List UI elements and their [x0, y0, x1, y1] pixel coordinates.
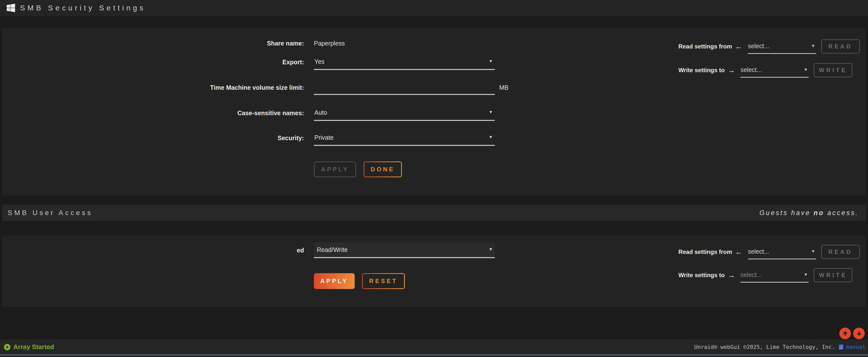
write-settings-row: Write settings to → select... ▼ WRITE	[678, 62, 860, 78]
write-settings-label-text: Write settings to	[678, 67, 725, 74]
tm-limit-label: Time Machine volume size limit:	[2, 84, 304, 91]
arrow-right-icon: →	[727, 271, 735, 279]
reset-button[interactable]: RESET	[362, 273, 405, 289]
smb-security-panel: Share name: Paperpless Export: Yes ▼ Tim…	[2, 28, 866, 195]
book-icon	[838, 344, 844, 350]
arrow-left-icon: ←	[735, 248, 742, 256]
security-select[interactable]: Private ▼	[314, 130, 495, 146]
chevron-down-icon: ▼	[489, 110, 493, 114]
guests-note-suffix: access.	[824, 209, 859, 216]
user-access-select[interactable]: Read/Write ▼	[314, 242, 495, 258]
guests-note-emphasis: no	[814, 209, 824, 216]
read-settings-label-text: Read settings from	[678, 248, 732, 256]
export-select[interactable]: Yes ▼	[314, 54, 495, 70]
read-settings-row: Read settings from ← select... ▼ READ	[678, 38, 860, 54]
security-select-value: Private	[314, 134, 334, 141]
windows-icon	[7, 4, 15, 12]
write-settings-select[interactable]: select... ▼	[741, 268, 809, 282]
scroll-to-top-button[interactable]	[839, 328, 851, 339]
chevron-down-icon: ▼	[804, 67, 808, 71]
smb-user-access-header: SMB User Access Guests have no access.	[2, 205, 866, 221]
case-sensitive-label: Case-sensitive names:	[2, 110, 304, 117]
read-settings-select[interactable]: select... ▼	[748, 244, 816, 259]
array-status-text: Array Started	[13, 343, 54, 351]
bottom-strip	[0, 354, 868, 356]
page-title: SMB Security Settings	[20, 4, 146, 12]
share-name-value: Paperpless	[314, 40, 345, 47]
read-settings-row: Read settings from ← select... ▼ READ	[678, 244, 860, 260]
chevron-down-icon: ▼	[811, 249, 815, 253]
chevron-down-icon: ▼	[489, 135, 493, 139]
smb-security-buttons: APPLY DONE	[314, 161, 866, 177]
manual-link[interactable]: manual	[838, 344, 866, 350]
copyright-text: Unraid® webGui ©2025, Lime Technology, I…	[694, 344, 835, 350]
scroll-buttons	[839, 328, 865, 339]
case-sensitive-select-value: Auto	[314, 109, 327, 116]
scroll-to-bottom-button[interactable]	[853, 328, 865, 339]
read-settings-select[interactable]: select... ▼	[748, 39, 816, 54]
done-button[interactable]: DONE	[364, 161, 402, 177]
settings-io-panel: Read settings from ← select... ▼ READ Wr…	[678, 38, 860, 78]
case-sensitive-select[interactable]: Auto ▼	[314, 105, 495, 121]
write-button[interactable]: WRITE	[814, 63, 852, 78]
read-button[interactable]: READ	[821, 245, 860, 259]
section-title: SMB User Access	[8, 209, 93, 217]
guests-access-note: Guests have no access.	[760, 209, 859, 217]
footer: Array Started Unraid® webGui ©2025, Lime…	[0, 340, 868, 354]
write-settings-select[interactable]: select... ▼	[741, 63, 809, 78]
chevron-down-icon: ▼	[811, 44, 815, 48]
page-header: SMB Security Settings	[0, 0, 868, 16]
write-settings-row: Write settings to → select... ▼ WRITE	[678, 267, 860, 283]
read-settings-label-text: Read settings from	[678, 43, 732, 50]
tm-limit-row: Time Machine volume size limit: MB	[2, 80, 866, 95]
write-settings-label: Write settings to →	[678, 66, 735, 74]
array-status: Array Started	[3, 343, 54, 351]
tm-limit-unit: MB	[499, 84, 509, 91]
smb-security-settings-page: SMB Security Settings Share name: Paperp…	[0, 0, 868, 357]
export-select-value: Yes	[314, 58, 324, 65]
apply-button[interactable]: APPLY	[314, 273, 355, 289]
chevron-down-icon: ▼	[489, 247, 493, 251]
read-settings-select-value: select...	[748, 248, 769, 255]
chevron-down-icon: ▼	[489, 59, 493, 63]
write-settings-select-value: select...	[741, 271, 762, 278]
manual-link-label: manual	[846, 344, 866, 350]
read-button[interactable]: READ	[821, 39, 860, 54]
footer-copyright-area: Unraid® webGui ©2025, Lime Technology, I…	[694, 344, 866, 350]
case-sensitive-row: Case-sensitive names: Auto ▼	[2, 105, 866, 121]
guests-note-prefix: Guests have	[760, 209, 814, 216]
scroll-down-icon	[856, 330, 863, 337]
share-name-label: Share name:	[2, 40, 304, 47]
write-settings-label-text: Write settings to	[678, 272, 725, 279]
array-started-icon	[3, 344, 11, 351]
export-label: Export:	[2, 59, 304, 66]
write-settings-label: Write settings to →	[678, 271, 735, 279]
read-settings-select-value: select...	[748, 42, 769, 50]
chevron-down-icon: ▼	[804, 272, 808, 276]
write-button[interactable]: WRITE	[814, 268, 852, 282]
scroll-up-icon	[842, 330, 849, 337]
smb-user-access-panel: ed Read/Write ▼ APPLY RESET Read setting…	[2, 235, 866, 307]
arrow-left-icon: ←	[735, 43, 742, 50]
security-label: Security:	[2, 135, 304, 142]
read-settings-label: Read settings from ←	[678, 248, 742, 256]
read-settings-label: Read settings from ←	[678, 43, 742, 50]
apply-button[interactable]: APPLY	[314, 161, 356, 177]
write-settings-select-value: select...	[741, 66, 762, 73]
settings-io-panel: Read settings from ← select... ▼ READ Wr…	[678, 244, 860, 283]
arrow-right-icon: →	[727, 66, 735, 74]
security-row: Security: Private ▼	[2, 130, 866, 146]
tm-volume-size-input[interactable]	[314, 80, 495, 95]
user-access-select-value: Read/Write	[316, 246, 348, 254]
user-name-label: ed	[2, 247, 304, 254]
